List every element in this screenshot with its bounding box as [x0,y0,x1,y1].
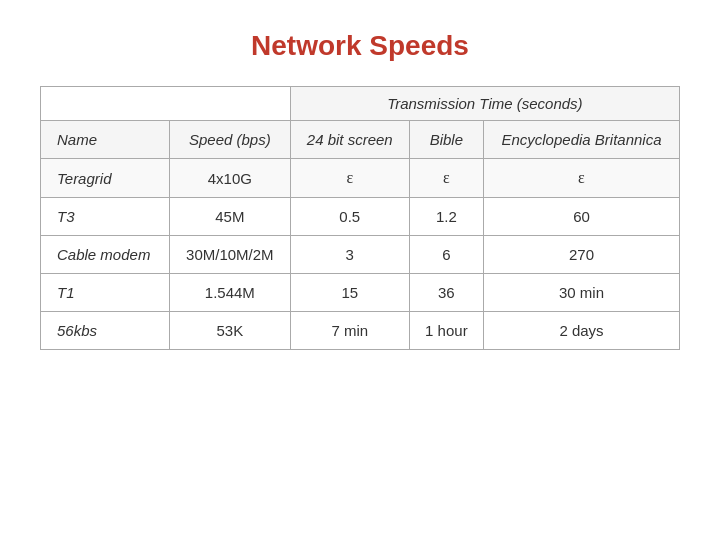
epsilon-bible: ε [443,169,450,186]
col-header-name: Name [41,121,170,159]
row-encyclopedia: 30 min [483,274,679,312]
row-screen: 3 [290,236,409,274]
row-bible: 1 hour [409,312,483,350]
row-name: T3 [41,198,170,236]
row-bible: ε [409,159,483,198]
table-row: Cable modem 30M/10M/2M 3 6 270 [41,236,680,274]
row-speed: 1.544M [169,274,290,312]
row-speed: 4x10G [169,159,290,198]
row-encyclopedia: 270 [483,236,679,274]
col-header-speed: Speed (bps) [169,121,290,159]
row-screen: 7 min [290,312,409,350]
row-screen: ε [290,159,409,198]
row-name: Cable modem [41,236,170,274]
row-screen: 15 [290,274,409,312]
col-header-screen: 24 bit screen [290,121,409,159]
row-bible: 6 [409,236,483,274]
row-speed: 45M [169,198,290,236]
table-row: T3 45M 0.5 1.2 60 [41,198,680,236]
row-name: T1 [41,274,170,312]
row-name: Teragrid [41,159,170,198]
row-bible: 1.2 [409,198,483,236]
row-screen: 0.5 [290,198,409,236]
col-header-bible: Bible [409,121,483,159]
row-speed: 30M/10M/2M [169,236,290,274]
table-row: T1 1.544M 15 36 30 min [41,274,680,312]
epsilon-screen: ε [346,169,353,186]
row-encyclopedia: 60 [483,198,679,236]
page-title: Network Speeds [251,30,469,62]
network-speeds-table: Transmission Time (seconds) Name Speed (… [40,86,680,350]
empty-header-cell [41,87,291,121]
row-encyclopedia: ε [483,159,679,198]
row-speed: 53K [169,312,290,350]
col-header-encyclopedia: Encyclopedia Britannica [483,121,679,159]
epsilon-encyclopedia: ε [578,169,585,186]
row-bible: 36 [409,274,483,312]
table-row: Teragrid 4x10G ε ε ε [41,159,680,198]
row-name: 56kbs [41,312,170,350]
row-encyclopedia: 2 days [483,312,679,350]
transmission-header: Transmission Time (seconds) [290,87,679,121]
table-row: 56kbs 53K 7 min 1 hour 2 days [41,312,680,350]
